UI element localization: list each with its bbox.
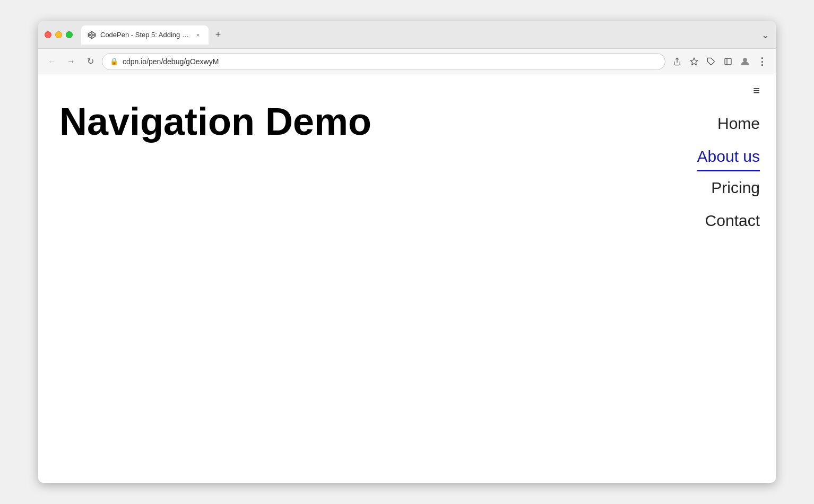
more-button[interactable]: ⋮ <box>755 54 769 69</box>
profile-button[interactable] <box>738 54 752 69</box>
main-content: Navigation Demo <box>38 74 664 483</box>
profile-icon <box>740 57 750 66</box>
nav-menu: Home About us Pricing Contact <box>680 107 760 237</box>
sidebar-icon <box>724 57 732 66</box>
reload-icon: ↻ <box>87 56 94 66</box>
page-content: Navigation Demo ≡ Home About us Pricing … <box>38 74 776 483</box>
tab-bar: CodePen - Step 5: Adding a bu × + ⌄ <box>81 25 769 45</box>
traffic-lights <box>45 31 73 38</box>
tab-title: CodePen - Step 5: Adding a bu <box>100 31 189 39</box>
page-title: Navigation Demo <box>59 101 643 143</box>
forward-button[interactable]: → <box>64 54 79 69</box>
nav-item-home[interactable]: Home <box>717 107 760 140</box>
new-tab-button[interactable]: + <box>211 28 226 42</box>
svg-rect-6 <box>725 58 731 65</box>
lock-icon: 🔒 <box>110 57 118 65</box>
extensions-button[interactable] <box>704 54 718 69</box>
url-bar[interactable]: 🔒 cdpn.io/pen/debug/gOexwyM <box>102 53 665 70</box>
sidebar-button[interactable] <box>721 54 735 69</box>
address-bar: ← → ↻ 🔒 cdpn.io/pen/debug/gOexwyM <box>38 49 776 74</box>
nav-item-contact[interactable]: Contact <box>705 204 760 237</box>
title-bar: CodePen - Step 5: Adding a bu × + ⌄ <box>38 21 776 49</box>
address-actions: ⋮ <box>670 54 769 69</box>
puzzle-icon <box>707 57 715 66</box>
share-button[interactable] <box>670 54 685 69</box>
browser-window: CodePen - Step 5: Adding a bu × + ⌄ ← → … <box>38 21 776 483</box>
tab-dropdown-button[interactable]: ⌄ <box>761 29 769 41</box>
more-icon: ⋮ <box>757 56 767 67</box>
traffic-light-red[interactable] <box>45 31 51 38</box>
nav-item-about-us[interactable]: About us <box>697 140 760 171</box>
back-icon: ← <box>48 57 56 66</box>
codepen-icon <box>88 31 96 39</box>
bookmark-button[interactable] <box>687 54 702 69</box>
navigation-sidebar: ≡ Home About us Pricing Contact <box>664 74 776 483</box>
svg-point-8 <box>743 58 747 62</box>
traffic-light-yellow[interactable] <box>55 31 62 38</box>
bookmark-icon <box>690 57 698 66</box>
share-icon <box>673 57 681 66</box>
active-tab[interactable]: CodePen - Step 5: Adding a bu × <box>81 25 209 45</box>
nav-item-pricing[interactable]: Pricing <box>711 171 760 204</box>
tab-close-button[interactable]: × <box>194 31 202 39</box>
reload-button[interactable]: ↻ <box>83 54 98 69</box>
url-text: cdpn.io/pen/debug/gOexwyM <box>123 57 657 66</box>
traffic-light-green[interactable] <box>66 31 73 38</box>
forward-icon: → <box>67 57 75 66</box>
back-button[interactable]: ← <box>45 54 59 69</box>
hamburger-menu-icon[interactable]: ≡ <box>753 85 760 97</box>
svg-marker-4 <box>690 58 697 65</box>
